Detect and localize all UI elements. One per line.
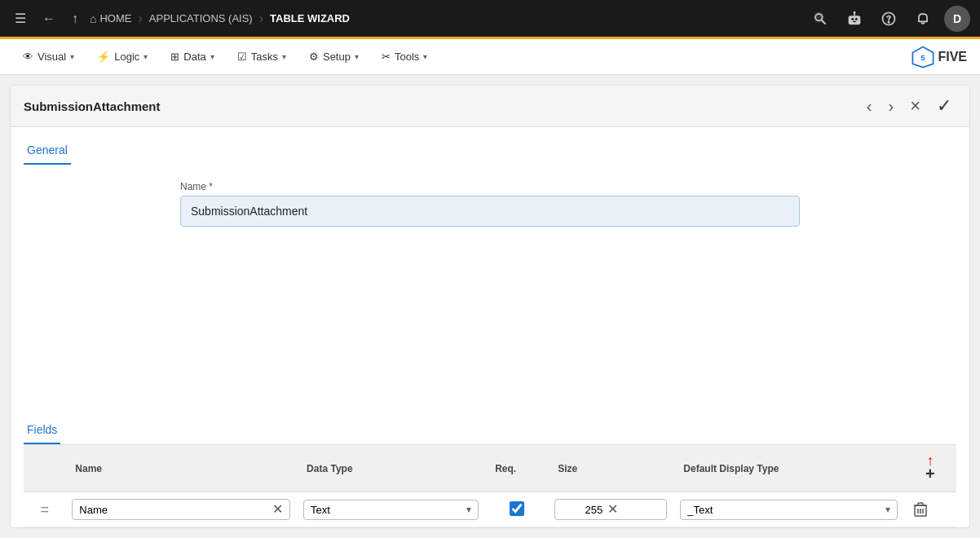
display-chevron-icon: ▾: [885, 504, 890, 515]
main-panel: SubmissionAttachment ‹ › × ✓ General Nam…: [10, 85, 970, 528]
svg-text:5: 5: [921, 53, 926, 62]
breadcrumb-table-wizard[interactable]: TABLE WIZARD: [270, 12, 350, 24]
svg-rect-4: [849, 15, 861, 24]
field-size-input-wrap: ✕: [554, 499, 667, 520]
th-req: Req.: [485, 445, 548, 492]
field-size-clear-button[interactable]: ✕: [607, 503, 618, 516]
tasks-icon: ☑: [237, 51, 247, 63]
visual-dropdown-icon: ▾: [70, 52, 74, 61]
visual-icon: 👁: [23, 51, 33, 63]
nav-item-tools[interactable]: ✂ Tools ▾: [372, 46, 437, 68]
field-req-checkbox[interactable]: [510, 501, 524, 516]
setup-dropdown-icon: ▾: [355, 52, 359, 61]
fields-section: Fields Name Data Type Req. Size Default …: [11, 417, 969, 527]
confirm-panel-button[interactable]: ✓: [932, 94, 956, 118]
nav-item-data[interactable]: ⊞ Data ▾: [161, 46, 223, 68]
nav-item-logic[interactable]: ⚡ Logic ▾: [87, 46, 157, 68]
svg-line-3: [822, 20, 825, 23]
data-icon: ⊞: [170, 51, 179, 63]
drag-handle-cell: =: [24, 492, 65, 527]
delete-field-button[interactable]: [911, 501, 930, 518]
name-field-group: Name *: [180, 181, 800, 227]
field-name-input-wrap: ✕: [72, 499, 290, 520]
hamburger-menu-button[interactable]: ☰: [10, 7, 31, 29]
fields-table: Name Data Type Req. Size Default Display…: [24, 444, 956, 527]
tasks-dropdown-icon: ▾: [282, 52, 286, 61]
add-button-wrapper: ↑ +: [914, 453, 947, 483]
content-area: Name *: [11, 165, 969, 417]
logic-dropdown-icon: ▾: [143, 52, 148, 61]
svg-point-11: [888, 21, 889, 22]
breadcrumb-sep-1: ›: [138, 11, 142, 26]
field-name-input[interactable]: [79, 504, 267, 516]
tools-dropdown-icon: ▾: [423, 52, 427, 61]
user-avatar[interactable]: D: [944, 6, 970, 32]
field-display-select-wrap: _Text _TextArea _Password ▾: [680, 500, 897, 520]
nav-prev-button[interactable]: ‹: [862, 95, 877, 117]
table-header-row: Name Data Type Req. Size Default Display…: [24, 445, 956, 492]
tabs-area: General: [11, 127, 969, 165]
top-nav: ☰ ← ↑ ⌂ HOME › APPLICATIONS (AIS) › TABL…: [0, 0, 980, 39]
five-logo: 5 FIVE: [912, 46, 967, 68]
nav-item-visual[interactable]: 👁 Visual ▾: [13, 46, 84, 68]
breadcrumb-sep-2: ›: [259, 11, 263, 26]
nav-next-button[interactable]: ›: [883, 95, 898, 117]
add-field-button[interactable]: +: [925, 465, 935, 483]
field-name-clear-button[interactable]: ✕: [272, 503, 283, 516]
field-datatype-cell: Text Integer Decimal Boolean Date DateTi…: [297, 492, 485, 527]
setup-icon: ⚙: [309, 51, 319, 63]
nav-item-setup[interactable]: ⚙ Setup ▾: [299, 46, 369, 68]
search-icon[interactable]: [807, 6, 833, 32]
field-display-cell: _Text _TextArea _Password ▾: [673, 492, 903, 527]
table-row: = ✕ Text Integer: [24, 492, 956, 527]
panel-header: SubmissionAttachment ‹ › × ✓: [11, 86, 969, 127]
th-name: Name: [65, 445, 297, 492]
drag-handle-icon[interactable]: =: [40, 501, 49, 518]
close-panel-button[interactable]: ×: [905, 94, 925, 118]
field-size-cell: ✕: [548, 492, 673, 527]
up-button[interactable]: ↑: [67, 8, 83, 29]
svg-rect-6: [855, 18, 858, 20]
top-nav-right: D: [807, 6, 970, 32]
panel-title: SubmissionAttachment: [24, 99, 161, 113]
name-input[interactable]: [180, 196, 800, 227]
bot-icon[interactable]: [841, 6, 867, 32]
sec-nav-items: 👁 Visual ▾ ⚡ Logic ▾ ⊞ Data ▾ ☑ Tasks ▾ …: [13, 46, 437, 68]
logic-icon: ⚡: [97, 51, 110, 63]
th-drag: [24, 445, 65, 492]
bell-icon[interactable]: [910, 6, 936, 32]
tools-icon: ✂: [382, 51, 391, 63]
breadcrumb-home[interactable]: ⌂ HOME: [90, 12, 131, 25]
field-datatype-select[interactable]: Text Integer Decimal Boolean Date DateTi…: [311, 504, 463, 516]
data-dropdown-icon: ▾: [210, 52, 214, 61]
th-actions: ↑ +: [904, 445, 956, 492]
help-icon[interactable]: [876, 6, 902, 32]
five-logo-icon: 5: [912, 46, 934, 68]
th-datatype: Data Type: [297, 445, 485, 492]
home-icon: ⌂: [90, 12, 96, 25]
tab-fields[interactable]: Fields: [24, 417, 60, 444]
field-name-cell: ✕: [65, 492, 297, 527]
svg-point-9: [854, 11, 856, 13]
field-datatype-select-wrap: Text Integer Decimal Boolean Date DateTi…: [303, 500, 479, 520]
breadcrumb-applications[interactable]: APPLICATIONS (AIS): [149, 12, 253, 24]
svg-rect-5: [851, 18, 854, 20]
th-display: Default Display Type: [673, 445, 903, 492]
field-display-select[interactable]: _Text _TextArea _Password: [687, 504, 881, 516]
name-field-label: Name *: [180, 181, 800, 192]
tab-general[interactable]: General: [24, 137, 71, 165]
field-req-cell: [485, 492, 548, 527]
datatype-chevron-icon: ▾: [466, 504, 471, 515]
top-nav-left: ☰ ← ↑ ⌂ HOME › APPLICATIONS (AIS) › TABL…: [10, 7, 801, 29]
field-actions-cell: [904, 492, 956, 527]
th-size: Size: [548, 445, 673, 492]
svg-rect-7: [853, 20, 856, 21]
fields-table-body: = ✕ Text Integer: [24, 492, 956, 527]
nav-item-tasks[interactable]: ☑ Tasks ▾: [227, 46, 296, 68]
back-button[interactable]: ←: [38, 8, 60, 29]
panel-header-actions: ‹ › × ✓: [862, 94, 956, 118]
field-size-input[interactable]: [562, 504, 603, 516]
secondary-nav: 👁 Visual ▾ ⚡ Logic ▾ ⊞ Data ▾ ☑ Tasks ▾ …: [0, 39, 980, 75]
